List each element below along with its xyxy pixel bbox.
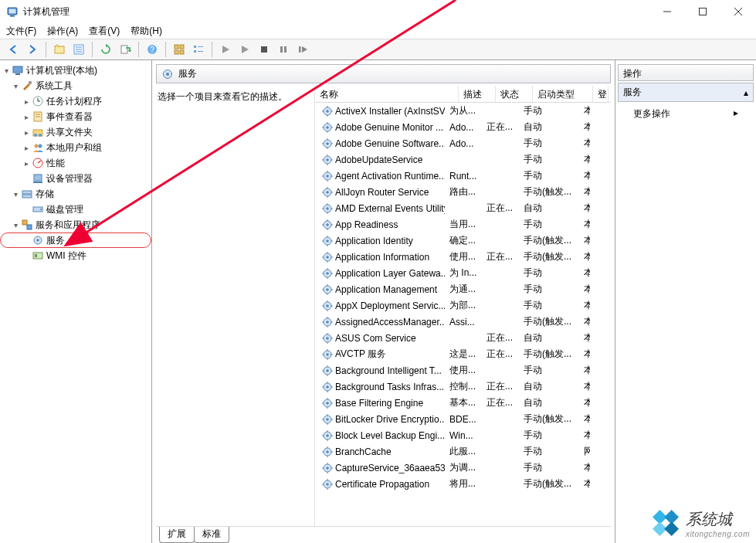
menu-action[interactable]: 操作(A)	[47, 25, 78, 38]
pause-button[interactable]	[275, 41, 292, 58]
gear-icon	[32, 234, 44, 246]
app-icon	[6, 5, 19, 18]
tree-device-manager[interactable]: 设备管理器	[0, 171, 151, 186]
tree-label: 系统工具	[36, 80, 73, 93]
collapse-icon[interactable]: ▾	[11, 82, 20, 90]
service-row[interactable]: BitLocker Drive Encryptio...BDE...手动(触发.…	[315, 411, 611, 427]
svg-point-37	[34, 134, 37, 137]
col-status[interactable]: 状态	[496, 86, 533, 102]
tree-local-users[interactable]: ▸ 本地用户和组	[0, 140, 151, 155]
tree-task-scheduler[interactable]: ▸ 任务计划程序	[0, 93, 151, 109]
service-row[interactable]: Application Information使用...正在...手动(触发..…	[315, 249, 611, 265]
tree-system-tools[interactable]: ▾ 系统工具	[0, 78, 151, 93]
service-row[interactable]: AVCTP 服务这是...正在...手动(触发...本	[315, 346, 611, 362]
up-button[interactable]	[51, 41, 68, 58]
restart-button[interactable]	[294, 41, 311, 58]
gear-icon	[321, 137, 334, 150]
service-row[interactable]: Background Tasks Infras...控制...正在...自动本	[315, 378, 611, 395]
play-button[interactable]	[217, 41, 234, 58]
service-row[interactable]: Background Intelligent T...使用...手动本	[315, 362, 611, 378]
service-row[interactable]: AssignedAccessManager...Assi...手动(触发...本	[315, 314, 611, 330]
service-grid[interactable]: ActiveX Installer (AxInstSV)为从...手动本Adob…	[315, 103, 611, 526]
tree-label: WMI 控件	[46, 249, 86, 263]
service-row[interactable]: ASUS Com Service正在...自动本	[315, 330, 611, 346]
actions-more[interactable]: 更多操作 ▸	[618, 105, 754, 123]
expand-icon[interactable]: ▸	[22, 159, 31, 168]
tree-services[interactable]: 服务	[0, 232, 151, 248]
forward-button[interactable]	[24, 41, 41, 58]
gear-icon	[321, 462, 334, 474]
gear-icon	[321, 202, 334, 215]
tree-shared-folders[interactable]: ▸ 共享文件夹	[0, 124, 151, 140]
svg-rect-19	[194, 46, 196, 48]
service-row[interactable]: Application Identity确定...手动(触发...本	[315, 232, 611, 249]
properties-button[interactable]	[70, 41, 87, 58]
menu-help[interactable]: 帮助(H)	[131, 25, 162, 38]
close-button[interactable]	[720, 0, 756, 23]
gear-icon	[161, 68, 174, 80]
service-row[interactable]: AMD External Events Utility正在...自动本	[315, 200, 611, 216]
tree-services-apps[interactable]: ▾ 服务和应用程序	[0, 217, 151, 232]
service-row[interactable]: Application Layer Gatewa...为 In...手动本	[315, 265, 611, 281]
menu-view[interactable]: 查看(V)	[89, 25, 120, 38]
minimize-button[interactable]	[649, 0, 685, 23]
refresh-button[interactable]	[97, 41, 114, 58]
tab-standard[interactable]: 标准	[194, 527, 229, 543]
gear-icon	[321, 186, 334, 199]
svg-rect-25	[284, 46, 286, 53]
expand-icon[interactable]: ▸	[22, 128, 31, 137]
service-name: Application Layer Gatewa...	[335, 268, 445, 279]
expand-icon[interactable]: ▸	[22, 144, 31, 152]
gear-icon	[321, 170, 334, 182]
help-button[interactable]: ?	[144, 41, 161, 58]
tree-wmi[interactable]: WMI 控件	[0, 248, 151, 263]
stop-button[interactable]	[256, 41, 273, 58]
service-desc: 使用...	[445, 250, 482, 263]
tree-disk-mgmt[interactable]: 磁盘管理	[0, 202, 151, 217]
maximize-button[interactable]	[685, 0, 720, 23]
service-row[interactable]: Adobe Genuine Software...Ado...手动本	[315, 135, 611, 151]
svg-point-76	[326, 158, 329, 161]
play2-button[interactable]	[236, 41, 253, 58]
service-row[interactable]: Agent Activation Runtime...Runt...手动本	[315, 168, 611, 184]
collapse-icon[interactable]: ▾	[11, 221, 20, 229]
expand-icon[interactable]: ▸	[22, 97, 31, 106]
collapse-icon[interactable]: ▾	[11, 190, 20, 199]
service-logon: 本	[579, 380, 590, 393]
col-name[interactable]: 名称	[315, 86, 459, 102]
service-row[interactable]: Certificate Propagation将用...手动(触发...本	[315, 476, 611, 492]
svg-point-40	[39, 144, 42, 148]
separator	[138, 42, 139, 57]
col-desc[interactable]: 描述	[459, 86, 496, 102]
service-row[interactable]: AppX Deployment Servic...为部...手动本	[315, 297, 611, 314]
service-row[interactable]: Adobe Genuine Monitor ...Ado...正在...自动本	[315, 119, 611, 135]
col-logon[interactable]: 登	[593, 86, 609, 102]
service-row[interactable]: BranchCache此服...手动网	[315, 443, 611, 460]
service-row[interactable]: Base Filtering Engine基本...正在...自动本	[315, 395, 611, 411]
service-row[interactable]: ActiveX Installer (AxInstSV)为从...手动本	[315, 103, 611, 119]
expand-icon[interactable]: ▸	[22, 113, 31, 121]
service-row[interactable]: Application Management为通...手动本	[315, 281, 611, 297]
menu-file[interactable]: 文件(F)	[6, 25, 36, 38]
svg-rect-2	[9, 9, 16, 14]
tree-event-viewer[interactable]: ▸ 事件查看器	[0, 109, 151, 124]
view-list-button[interactable]	[190, 41, 207, 58]
service-row[interactable]: AllJoyn Router Service路由...手动(触发...本	[315, 184, 611, 200]
tree-label: 事件查看器	[46, 110, 93, 124]
col-startup[interactable]: 启动类型	[533, 86, 593, 102]
service-status: 正在...	[482, 250, 519, 263]
tree-performance[interactable]: ▸ 性能	[0, 155, 151, 171]
service-row[interactable]: CaptureService_36aaea53为调...手动本	[315, 460, 611, 476]
export-button[interactable]	[117, 41, 134, 58]
actions-category[interactable]: 服务 ▴	[618, 83, 754, 102]
view-large-button[interactable]	[171, 41, 188, 58]
service-row[interactable]: App Readiness当用...手动本	[315, 216, 611, 232]
collapse-icon[interactable]: ▾	[2, 66, 11, 75]
tree-storage[interactable]: ▾ 存储	[0, 186, 151, 202]
service-row[interactable]: AdobeUpdateService手动本	[315, 151, 611, 168]
tab-extended[interactable]: 扩展	[159, 527, 195, 543]
tree-root[interactable]: ▾ 计算机管理(本地)	[0, 63, 151, 78]
service-row[interactable]: Block Level Backup Engi...Win...手动本	[315, 427, 611, 443]
back-button[interactable]	[5, 41, 22, 58]
service-name: AllJoyn Router Service	[335, 187, 429, 198]
